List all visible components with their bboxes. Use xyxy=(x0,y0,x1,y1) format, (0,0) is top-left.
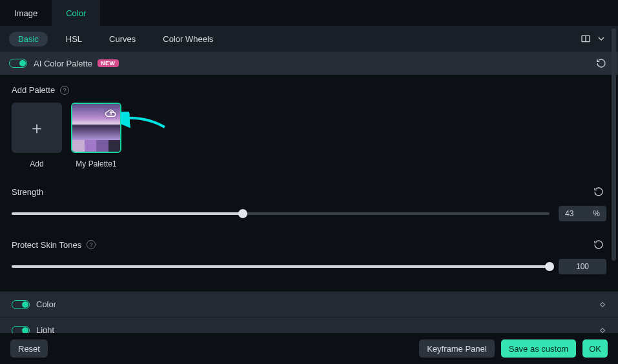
tab-image[interactable]: Image xyxy=(0,0,52,26)
strength-value[interactable]: 43% xyxy=(559,206,606,221)
protect-value[interactable]: 100 xyxy=(559,259,606,274)
ai-palette-toggle[interactable] xyxy=(9,59,27,68)
tab-color[interactable]: Color xyxy=(52,0,100,26)
add-palette-heading: Add Palette xyxy=(12,85,55,95)
protect-slider[interactable] xyxy=(12,265,550,268)
keyframe-diamond-color[interactable] xyxy=(599,301,606,308)
palette-thumbnail-1[interactable] xyxy=(71,103,121,153)
add-palette-button[interactable]: ＋ xyxy=(12,103,62,153)
ok-button[interactable]: OK xyxy=(582,339,608,358)
save-as-custom-button[interactable]: Save as custom xyxy=(501,339,577,358)
ai-palette-label: AI Color Palette xyxy=(34,59,92,68)
reset-button[interactable]: Reset xyxy=(10,339,48,358)
strength-slider[interactable] xyxy=(12,212,550,215)
subtab-curves[interactable]: Curves xyxy=(100,32,145,46)
protect-handle[interactable] xyxy=(545,262,554,271)
palette-1-label: My Palette1 xyxy=(76,159,116,168)
subtab-hsl[interactable]: HSL xyxy=(57,32,91,46)
subtab-basic[interactable]: Basic xyxy=(9,32,48,46)
protect-help-icon[interactable]: ? xyxy=(87,240,96,249)
help-icon[interactable]: ? xyxy=(60,86,69,95)
protect-label: Protect Skin Tones xyxy=(12,240,81,250)
keyframe-panel-button[interactable]: Keyframe Panel xyxy=(419,339,495,358)
new-badge: NEW xyxy=(98,59,119,67)
svg-rect-2 xyxy=(600,302,604,307)
strength-handle[interactable] xyxy=(238,209,247,218)
reset-strength-icon[interactable] xyxy=(591,184,606,199)
plus-icon: ＋ xyxy=(28,117,45,139)
reset-protect-icon[interactable] xyxy=(591,237,606,252)
chevron-down-icon[interactable] xyxy=(593,31,609,46)
cloud-upload-icon[interactable] xyxy=(105,107,117,119)
add-tile-label: Add xyxy=(30,159,43,168)
subtab-color-wheels[interactable]: Color Wheels xyxy=(154,32,222,46)
strength-label: Strength xyxy=(12,187,43,197)
compare-icon[interactable] xyxy=(578,31,593,46)
section-color[interactable]: Color xyxy=(0,291,618,317)
svg-rect-3 xyxy=(600,328,604,332)
color-toggle[interactable] xyxy=(12,300,30,309)
section-color-label: Color xyxy=(36,299,56,309)
reset-ai-icon[interactable] xyxy=(593,56,609,71)
scrollbar[interactable] xyxy=(611,28,616,306)
